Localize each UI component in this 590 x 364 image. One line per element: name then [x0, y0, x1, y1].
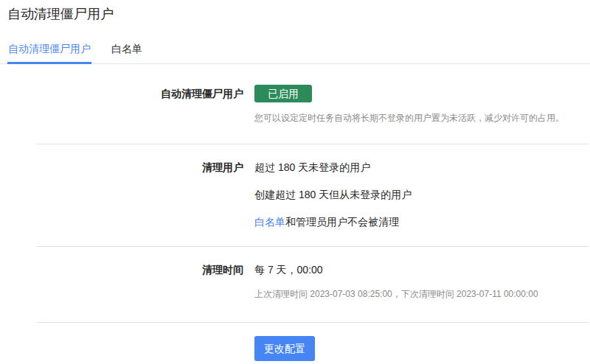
clean-history-text: 上次清理时间 2023-07-03 08:25:00，下次清理时间 2023-0… [254, 289, 538, 300]
rule-exempt-text: 和管理员用户不会被清理 [285, 216, 399, 228]
page-title: 自动清理僵尸用户 [7, 7, 590, 22]
enabled-status-badge: 已启用 [254, 85, 312, 102]
change-config-button[interactable]: 更改配置 [254, 336, 315, 361]
auto-clean-description: 您可以设定定时任务自动将长期不登录的用户置为未活跃，减少对许可的占用。 [254, 112, 564, 124]
section-divider [37, 322, 589, 323]
rule-never-logged-in-users: 创建超过 180 天但从未登录的用户 [254, 188, 412, 201]
clean-users-label: 清理用户 [0, 161, 243, 174]
tab-auto-clean-zombie-users[interactable]: 自动清理僵尸用户 [7, 43, 91, 64]
tab-bar: 自动清理僵尸用户 白名单 [0, 43, 590, 64]
clean-schedule-text: 每 7 天，00:00 [254, 263, 538, 276]
rule-inactive-users: 超过 180 天未登录的用户 [254, 161, 412, 174]
rule-exempt-users: 白名单和管理员用户不会被清理 [254, 215, 412, 228]
zombie-user-settings-page: 自动清理僵尸用户 自动清理僵尸用户 白名单 自动清理僵尸用户 已启用 您可以设定… [0, 7, 590, 361]
whitelist-link[interactable]: 白名单 [254, 216, 285, 228]
clean-users-section: 清理用户 超过 180 天未登录的用户 创建超过 180 天但从未登录的用户 白… [0, 144, 590, 228]
clean-time-section: 清理时间 每 7 天，00:00 上次清理时间 2023-07-03 08:25… [0, 247, 590, 300]
auto-clean-section: 自动清理僵尸用户 已启用 您可以设定定时任务自动将长期不登录的用户置为未活跃，减… [0, 64, 590, 124]
clean-time-label: 清理时间 [0, 263, 243, 276]
auto-clean-label: 自动清理僵尸用户 [0, 85, 243, 102]
tab-whitelist[interactable]: 白名单 [111, 43, 143, 64]
footer-actions: 更改配置 [0, 336, 590, 361]
